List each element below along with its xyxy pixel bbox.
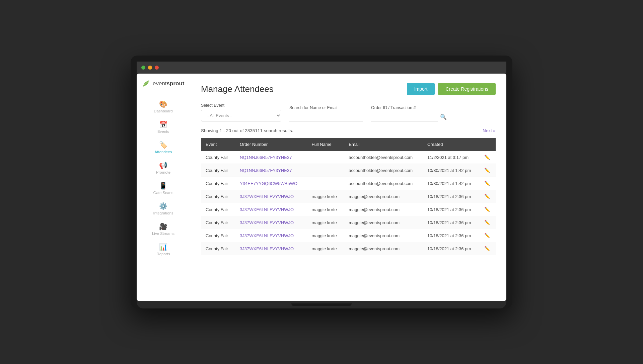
header-actions: Import Create Registrations bbox=[407, 83, 496, 95]
main-content: Manage Attendees Import Create Registrat… bbox=[190, 74, 506, 301]
cell-order[interactable]: NQ1NNJ66R57FY3YHE37 bbox=[235, 164, 307, 177]
sidebar-item-attendees[interactable]: 🏷️ Attendees bbox=[137, 138, 190, 158]
sidebar-item-gate-scans[interactable]: 📱 Gate Scans bbox=[137, 178, 190, 199]
edit-icon[interactable]: ✏️ bbox=[484, 207, 490, 212]
import-button[interactable]: Import bbox=[407, 83, 435, 95]
cell-order[interactable]: Y34EE7YYGQ6CW5WB5WO bbox=[235, 177, 307, 190]
sidebar-item-reports[interactable]: 📊 Reports bbox=[137, 240, 190, 260]
logo-event: event bbox=[153, 80, 167, 87]
col-full-name: Full Name bbox=[307, 138, 344, 151]
edit-icon[interactable]: ✏️ bbox=[484, 220, 490, 225]
reports-icon: 📊 bbox=[159, 244, 167, 250]
cell-edit[interactable]: ✏️ bbox=[480, 177, 496, 190]
cell-email: accountholder@eventsprout.com bbox=[344, 151, 423, 164]
sidebar-item-label: Promote bbox=[156, 170, 170, 174]
cell-order[interactable]: 3J37WXE6LNLFVYVHWJO bbox=[235, 216, 307, 229]
edit-icon[interactable]: ✏️ bbox=[484, 168, 490, 173]
cell-created: 10/18/2021 at 2:36 pm bbox=[423, 242, 480, 255]
integrations-icon: ⚙️ bbox=[159, 203, 167, 209]
live-streams-icon: 🎥 bbox=[159, 223, 167, 230]
results-count: Showing 1 - 20 out of 2835111 search res… bbox=[201, 128, 293, 133]
cell-event: County Fair bbox=[201, 151, 235, 164]
cell-email: maggie@eventsprout.com bbox=[344, 190, 423, 203]
cell-name: maggie korte bbox=[307, 203, 344, 216]
cell-order[interactable]: 3J37WXE6LNLFVYVHWJO bbox=[235, 203, 307, 216]
order-id-input-wrap: 🔍 bbox=[371, 112, 447, 121]
sidebar-item-label: Dashboard bbox=[154, 109, 172, 113]
table-row: County FairNQ1NNJ66R57FY3YHE37accounthol… bbox=[201, 164, 496, 177]
order-link[interactable]: 3J37WXE6LNLFVYVHWJO bbox=[240, 207, 294, 212]
cell-order[interactable]: 3J37WXE6LNLFVYVHWJO bbox=[235, 229, 307, 242]
sidebar-item-dashboard[interactable]: 🎨 Dashboard bbox=[137, 97, 190, 117]
order-link[interactable]: 3J37WXE6LNLFVYVHWJO bbox=[240, 246, 294, 251]
order-id-input[interactable] bbox=[371, 112, 438, 121]
cell-event: County Fair bbox=[201, 190, 235, 203]
col-email: Email bbox=[344, 138, 423, 151]
order-link[interactable]: NQ1NNJ66R57FY3YHE37 bbox=[240, 155, 292, 160]
page-header: Manage Attendees Import Create Registrat… bbox=[201, 83, 496, 95]
cell-name bbox=[307, 151, 344, 164]
edit-icon[interactable]: ✏️ bbox=[484, 194, 490, 199]
cell-event: County Fair bbox=[201, 216, 235, 229]
edit-icon[interactable]: ✏️ bbox=[484, 233, 490, 238]
col-event: Event bbox=[201, 138, 235, 151]
cell-edit[interactable]: ✏️ bbox=[480, 229, 496, 242]
sidebar-item-label: Reports bbox=[156, 252, 170, 256]
next-link[interactable]: Next » bbox=[483, 128, 496, 133]
order-link[interactable]: 3J37WXE6LNLFVYVHWJO bbox=[240, 233, 294, 238]
dashboard-icon: 🎨 bbox=[159, 101, 167, 107]
sidebar-item-events[interactable]: 📅 Events bbox=[137, 117, 190, 138]
cell-email: accountholder@eventsprout.com bbox=[344, 164, 423, 177]
create-registrations-button[interactable]: Create Registrations bbox=[438, 83, 496, 95]
sidebar-item-live-streams[interactable]: 🎥 Live Streams bbox=[137, 219, 190, 240]
sidebar-item-label: Live Streams bbox=[152, 232, 174, 236]
app-layout: eventsprout 🎨 Dashboard 📅 Events 🏷️ Atte bbox=[137, 74, 506, 301]
promote-icon: 📢 bbox=[159, 162, 167, 169]
table-row: County Fair3J37WXE6LNLFVYVHWJOmaggie kor… bbox=[201, 216, 496, 229]
edit-icon[interactable]: ✏️ bbox=[484, 181, 490, 186]
cell-edit[interactable]: ✏️ bbox=[480, 242, 496, 255]
cell-edit[interactable]: ✏️ bbox=[480, 164, 496, 177]
table-header-row: Event Order Number Full Name Email Creat… bbox=[201, 138, 496, 151]
cell-name bbox=[307, 164, 344, 177]
titlebar-dot-red[interactable] bbox=[155, 66, 159, 70]
sidebar-item-integrations[interactable]: ⚙️ Integrations bbox=[137, 199, 190, 219]
order-link[interactable]: Y34EE7YYGQ6CW5WB5WO bbox=[240, 181, 297, 186]
cell-event: County Fair bbox=[201, 229, 235, 242]
cell-order[interactable]: NQ1NNJ66R57FY3YHE37 bbox=[235, 151, 307, 164]
cell-order[interactable]: 3J37WXE6LNLFVYVHWJO bbox=[235, 242, 307, 255]
cell-email: maggie@eventsprout.com bbox=[344, 229, 423, 242]
titlebar bbox=[137, 62, 506, 74]
table-row: County Fair3J37WXE6LNLFVYVHWJOmaggie kor… bbox=[201, 242, 496, 255]
order-link[interactable]: 3J37WXE6LNLFVYVHWJO bbox=[240, 220, 294, 225]
cell-created: 10/18/2021 at 2:36 pm bbox=[423, 203, 480, 216]
select-event-dropdown[interactable]: - All Events - bbox=[201, 110, 281, 121]
order-link[interactable]: 3J37WXE6LNLFVYVHWJO bbox=[240, 194, 294, 199]
order-id-label: Order ID / Transaction # bbox=[371, 105, 447, 110]
cell-edit[interactable]: ✏️ bbox=[480, 203, 496, 216]
edit-icon[interactable]: ✏️ bbox=[484, 155, 490, 160]
cell-event: County Fair bbox=[201, 164, 235, 177]
table-row: County Fair3J37WXE6LNLFVYVHWJOmaggie kor… bbox=[201, 229, 496, 242]
cell-created: 10/30/2021 at 1:42 pm bbox=[423, 177, 480, 190]
order-link[interactable]: NQ1NNJ66R57FY3YHE37 bbox=[240, 168, 292, 173]
titlebar-dot-yellow[interactable] bbox=[148, 66, 152, 70]
cell-edit[interactable]: ✏️ bbox=[480, 190, 496, 203]
cell-email: accountholder@eventsprout.com bbox=[344, 177, 423, 190]
page-title: Manage Attendees bbox=[201, 84, 274, 94]
titlebar-dot-green[interactable] bbox=[141, 66, 145, 70]
edit-icon[interactable]: ✏️ bbox=[484, 246, 490, 251]
col-actions bbox=[480, 138, 496, 151]
logo-icon bbox=[141, 79, 151, 88]
sidebar-item-label: Gate Scans bbox=[153, 191, 173, 195]
cell-name: maggie korte bbox=[307, 242, 344, 255]
cell-created: 10/30/2021 at 1:42 pm bbox=[423, 164, 480, 177]
cell-edit[interactable]: ✏️ bbox=[480, 216, 496, 229]
search-icon-button[interactable]: 🔍 bbox=[440, 114, 447, 120]
cell-order[interactable]: 3J37WXE6LNLFVYVHWJO bbox=[235, 190, 307, 203]
laptop-notch bbox=[291, 303, 352, 306]
cell-event: County Fair bbox=[201, 203, 235, 216]
search-input[interactable] bbox=[289, 112, 363, 121]
cell-edit[interactable]: ✏️ bbox=[480, 151, 496, 164]
sidebar-item-promote[interactable]: 📢 Promote bbox=[137, 158, 190, 178]
